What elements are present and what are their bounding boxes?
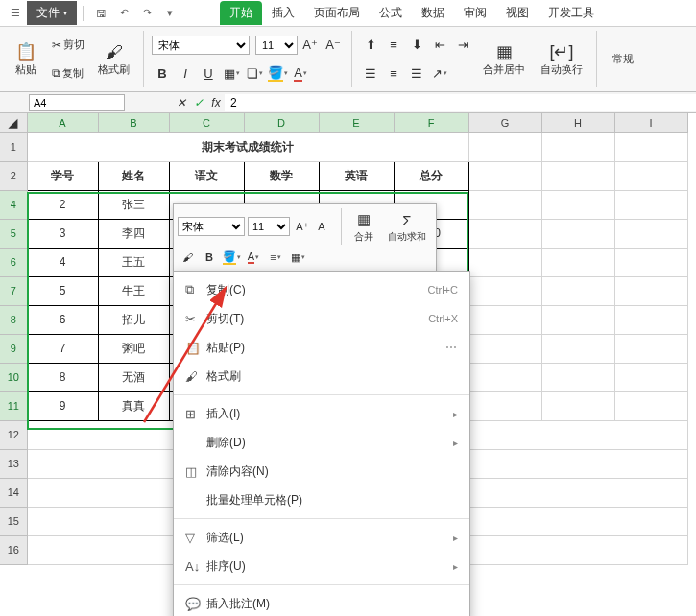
grow-font-icon[interactable]: A⁺ xyxy=(300,36,321,55)
cell[interactable]: 7 xyxy=(27,334,98,363)
cell[interactable]: 4 xyxy=(27,248,98,276)
col-header-B[interactable]: B xyxy=(98,113,169,132)
cell[interactable] xyxy=(468,391,541,420)
col-header-C[interactable]: C xyxy=(169,113,244,132)
row-header[interactable]: 1 xyxy=(0,132,27,161)
cellstyle-button[interactable]: ❏ xyxy=(244,63,265,83)
mini-merge-button[interactable]: ▦合并 xyxy=(348,209,379,244)
cell[interactable]: 李四 xyxy=(98,219,169,248)
row-header[interactable]: 4 xyxy=(0,190,27,219)
row-header[interactable]: 12 xyxy=(0,420,27,449)
formula-input[interactable] xyxy=(225,94,696,111)
wrap-button[interactable]: [↵] 自动换行 xyxy=(533,31,590,87)
cell[interactable]: 无酒 xyxy=(98,363,169,391)
fillcolor-button[interactable]: 🪣 xyxy=(222,248,241,267)
cell[interactable] xyxy=(468,219,541,248)
cell[interactable] xyxy=(614,190,687,219)
header-cell[interactable]: 语文 xyxy=(169,161,244,190)
cell[interactable] xyxy=(468,363,541,391)
borders-button[interactable]: ▦ xyxy=(288,248,307,267)
row-header[interactable]: 16 xyxy=(0,535,27,564)
col-header-E[interactable]: E xyxy=(319,113,394,132)
grow-font-icon[interactable]: A⁺ xyxy=(293,217,312,236)
row-header[interactable]: 2 xyxy=(0,161,27,190)
ctx-clear[interactable]: ◫ 清除内容(N) xyxy=(174,457,469,486)
cell[interactable]: 王五 xyxy=(98,248,169,276)
cell[interactable] xyxy=(468,276,541,305)
name-box[interactable] xyxy=(29,94,125,111)
cell[interactable]: 6 xyxy=(27,305,98,334)
fontcolor-button[interactable]: A xyxy=(290,63,311,83)
formatpainter-button[interactable]: 🖌 格式刷 xyxy=(90,31,137,87)
bold-button[interactable]: B xyxy=(152,63,173,83)
cell[interactable] xyxy=(541,305,614,334)
col-header-I[interactable]: I xyxy=(614,113,687,132)
ctx-batch[interactable]: 批量处理单元格(P) xyxy=(174,486,469,514)
row-header[interactable]: 8 xyxy=(0,305,27,334)
header-cell[interactable]: 数学 xyxy=(244,161,319,190)
col-header-A[interactable]: A xyxy=(27,113,98,132)
save-icon[interactable]: 🖫 xyxy=(93,6,108,21)
shrink-font-icon[interactable]: A⁻ xyxy=(315,217,334,236)
cell[interactable] xyxy=(541,363,614,391)
mergecenter-button[interactable]: ▦ 合并居中 xyxy=(475,31,533,87)
cell[interactable]: 9 xyxy=(27,391,98,420)
mini-autosum-button[interactable]: Σ自动求和 xyxy=(382,209,432,244)
col-header-F[interactable]: F xyxy=(394,113,468,132)
cell[interactable] xyxy=(541,219,614,248)
row-header[interactable]: 10 xyxy=(0,363,27,391)
cell[interactable] xyxy=(541,248,614,276)
ctx-sort[interactable]: A↓ 排序(U) ▸ xyxy=(174,552,469,580)
cell[interactable] xyxy=(468,305,541,334)
cell[interactable]: 8 xyxy=(27,363,98,391)
general-button[interactable]: 常规 xyxy=(603,31,643,87)
row-header[interactable]: 6 xyxy=(0,248,27,276)
cell[interactable] xyxy=(541,132,614,161)
ctx-formatpainter[interactable]: 🖌 格式刷 xyxy=(174,362,469,391)
cut-button[interactable]: ✂剪切 xyxy=(48,36,88,53)
row-header[interactable]: 13 xyxy=(0,449,27,478)
cancel-icon[interactable]: ✕ xyxy=(173,96,190,109)
borders-button[interactable]: ▦ xyxy=(221,63,242,83)
shrink-font-icon[interactable]: A⁻ xyxy=(323,36,344,55)
cell[interactable] xyxy=(468,132,541,161)
col-header-H[interactable]: H xyxy=(541,113,614,132)
fillcolor-button[interactable]: 🪣 xyxy=(267,63,288,83)
col-header-D[interactable]: D xyxy=(244,113,319,132)
row-header[interactable]: 11 xyxy=(0,391,27,420)
ctx-copy[interactable]: ⧉ 复制(C) Ctrl+C xyxy=(174,275,469,304)
select-all-corner[interactable]: ◢ xyxy=(0,113,27,132)
cell[interactable]: 真真 xyxy=(98,391,169,420)
cell[interactable] xyxy=(468,190,541,219)
mini-font-size[interactable]: 11 xyxy=(248,217,290,236)
align-middle-icon[interactable]: ≡ xyxy=(383,36,404,55)
ctx-cut[interactable]: ✂ 剪切(T) Ctrl+X xyxy=(174,304,469,333)
row-header[interactable]: 9 xyxy=(0,334,27,363)
cell[interactable]: 3 xyxy=(27,219,98,248)
cell[interactable] xyxy=(614,305,687,334)
cell[interactable] xyxy=(541,276,614,305)
col-header-G[interactable]: G xyxy=(468,113,541,132)
ctx-paste[interactable]: 📋 粘贴(P) ⋯ xyxy=(174,333,469,362)
ctx-insert[interactable]: ⊞ 插入(I) ▸ xyxy=(174,399,469,428)
italic-button[interactable]: I xyxy=(175,63,196,83)
cell[interactable] xyxy=(541,391,614,420)
mini-font-name[interactable]: 宋体 xyxy=(178,217,245,236)
direction-icon[interactable]: ↗ xyxy=(429,63,450,83)
cell[interactable] xyxy=(614,219,687,248)
cell[interactable] xyxy=(541,161,614,190)
align-bottom-icon[interactable]: ⬇ xyxy=(406,36,427,55)
cell[interactable] xyxy=(468,161,541,190)
tab-insert[interactable]: 插入 xyxy=(262,1,304,25)
align-button[interactable]: ≡ xyxy=(266,248,285,267)
ctx-comment[interactable]: 💬 插入批注(M) xyxy=(174,589,469,616)
header-cell[interactable]: 姓名 xyxy=(98,161,169,190)
fontcolor-button[interactable]: A xyxy=(244,248,263,267)
row-header[interactable]: 14 xyxy=(0,478,27,507)
cell[interactable]: 2 xyxy=(27,190,98,219)
cell[interactable] xyxy=(541,190,614,219)
accept-icon[interactable]: ✓ xyxy=(190,96,207,109)
align-right-icon[interactable]: ☰ xyxy=(406,63,427,83)
tab-start[interactable]: 开始 xyxy=(220,1,262,25)
align-left-icon[interactable]: ☰ xyxy=(360,63,381,83)
